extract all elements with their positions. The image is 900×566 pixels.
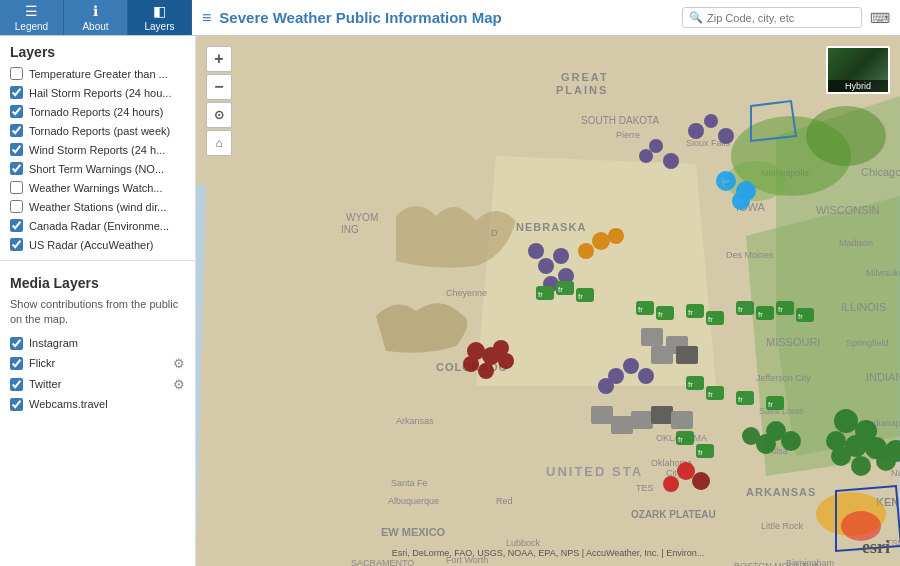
svg-text:UNITED STA: UNITED STA	[546, 464, 643, 479]
layer-checkbox-warnings[interactable]	[10, 181, 23, 194]
svg-text:fr: fr	[688, 380, 693, 389]
share-icon[interactable]: ⌨	[870, 10, 890, 26]
svg-point-138	[677, 462, 695, 480]
svg-text:ILLINOIS: ILLINOIS	[841, 301, 886, 313]
home-button[interactable]: ⌂	[206, 130, 232, 156]
media-layer-label-twitter: Twitter	[29, 378, 167, 390]
svg-text:BOSTON MOUNTAIN...: BOSTON MOUNTAIN...	[734, 561, 829, 566]
layer-checkbox-usradar[interactable]	[10, 238, 23, 251]
layer-label-wind: Wind Storm Reports (24 h...	[29, 144, 185, 156]
layer-label-hail: Hail Storm Reports (24 hou...	[29, 87, 185, 99]
layers-section-title: Layers	[0, 36, 195, 64]
layer-item-hail[interactable]: Hail Storm Reports (24 hou...	[0, 83, 195, 102]
legend-icon: ☰	[25, 3, 38, 19]
media-section-title: Media Layers	[0, 267, 195, 295]
svg-text:fr: fr	[698, 448, 703, 457]
svg-point-121	[463, 356, 479, 372]
svg-text:Jefferson City: Jefferson City	[756, 373, 811, 383]
tab-about-label: About	[82, 21, 108, 32]
svg-point-139	[692, 472, 710, 490]
layer-item-shortterm[interactable]: Short Term Warnings (NO...	[0, 159, 195, 178]
svg-rect-136	[651, 406, 673, 424]
layer-item-canada[interactable]: Canada Radar (Environme...	[0, 216, 195, 235]
media-checkbox-twitter[interactable]	[10, 378, 23, 391]
svg-text:fr: fr	[798, 312, 803, 321]
svg-text:🐦: 🐦	[720, 176, 732, 188]
svg-text:fr: fr	[678, 435, 683, 444]
locate-button[interactable]: ⊙	[206, 102, 232, 128]
media-checkbox-flickr[interactable]	[10, 357, 23, 370]
svg-rect-132	[676, 346, 698, 364]
layer-item-wind[interactable]: Wind Storm Reports (24 h...	[0, 140, 195, 159]
layer-checkbox-shortterm[interactable]	[10, 162, 23, 175]
media-desc: Show contributions from the public on th…	[0, 295, 195, 334]
svg-text:SACRAMENTO: SACRAMENTO	[351, 558, 414, 566]
layer-label-tornadoweek: Tornado Reports (past week)	[29, 125, 185, 137]
svg-point-60	[592, 232, 610, 250]
layer-item-temp[interactable]: Temperature Greater than ...	[0, 64, 195, 83]
media-layer-item-webcams[interactable]: Webcams.travel	[0, 395, 195, 414]
media-layer-label-flickr: Flickr	[29, 357, 167, 369]
layer-checkbox-wind[interactable]	[10, 143, 23, 156]
svg-text:fr: fr	[688, 308, 693, 317]
tab-layers-label: Layers	[144, 21, 174, 32]
svg-point-66	[528, 243, 544, 259]
svg-text:MISSOURI: MISSOURI	[766, 336, 820, 348]
gear-icon-twitter[interactable]: ⚙	[173, 377, 185, 392]
svg-point-116	[781, 431, 801, 451]
layer-checkbox-hail[interactable]	[10, 86, 23, 99]
layer-checkbox-stations[interactable]	[10, 200, 23, 213]
hybrid-label: Hybrid	[828, 80, 888, 92]
layer-item-warnings[interactable]: Weather Warnings Watch...	[0, 178, 195, 197]
hybrid-thumbnail[interactable]: Hybrid	[826, 46, 890, 94]
svg-text:fr: fr	[578, 292, 583, 301]
layer-item-tornado24[interactable]: Tornado Reports (24 hours)	[0, 102, 195, 121]
svg-point-128	[598, 378, 614, 394]
layer-checkbox-canada[interactable]	[10, 219, 23, 232]
layer-checkbox-tornado24[interactable]	[10, 105, 23, 118]
layer-item-tornadoweek[interactable]: Tornado Reports (past week)	[0, 121, 195, 140]
media-layer-item-flickr[interactable]: Flickr ⚙	[0, 353, 195, 374]
svg-point-106	[834, 409, 858, 433]
svg-point-55	[704, 114, 718, 128]
layer-label-usradar: US Radar (AccuWeather)	[29, 239, 185, 251]
layer-checkbox-tornadoweek[interactable]	[10, 124, 23, 137]
svg-text:fr: fr	[778, 305, 783, 314]
map-container[interactable]: GREAT PLAINS SOUTH DAKOTA Pierre WYOM IN…	[196, 36, 900, 566]
svg-rect-137	[671, 411, 693, 429]
svg-rect-134	[611, 416, 633, 434]
layer-checkbox-temp[interactable]	[10, 67, 23, 80]
map-title: Severe Weather Public Information Map	[219, 9, 501, 26]
layer-item-usradar[interactable]: US Radar (AccuWeather)	[0, 235, 195, 254]
svg-point-113	[851, 456, 871, 476]
svg-text:GREAT: GREAT	[561, 71, 609, 83]
search-input[interactable]	[707, 12, 855, 24]
tab-about[interactable]: ℹ About	[64, 0, 128, 35]
svg-text:Milwaukee: Milwaukee	[866, 268, 900, 278]
svg-point-59	[639, 149, 653, 163]
map-controls: + − ⊙ ⌂	[206, 46, 232, 156]
title-area: ≡ Severe Weather Public Information Map	[192, 9, 682, 27]
media-layer-label-instagram: Instagram	[29, 337, 185, 349]
zoom-out-button[interactable]: −	[206, 74, 232, 100]
gear-icon-flickr[interactable]: ⚙	[173, 356, 185, 371]
media-checkbox-instagram[interactable]	[10, 337, 23, 350]
svg-text:Arkansas: Arkansas	[396, 416, 434, 426]
media-layer-item-twitter[interactable]: Twitter ⚙	[0, 374, 195, 395]
svg-text:EW MEXICO: EW MEXICO	[381, 526, 446, 538]
svg-text:fr: fr	[768, 400, 773, 409]
layer-item-stations[interactable]: Weather Stations (wind dir...	[0, 197, 195, 216]
divider	[0, 260, 195, 261]
svg-text:Lubbock: Lubbock	[506, 538, 541, 548]
tab-legend[interactable]: ☰ Legend	[0, 0, 64, 35]
svg-text:Santa Fe: Santa Fe	[391, 478, 428, 488]
svg-text:fr: fr	[738, 395, 743, 404]
media-layer-item-instagram[interactable]: Instagram	[0, 334, 195, 353]
svg-text:NEBRASKA: NEBRASKA	[516, 221, 586, 233]
tab-layers[interactable]: ◧ Layers	[128, 0, 192, 35]
zoom-in-button[interactable]: +	[206, 46, 232, 72]
layer-label-stations: Weather Stations (wind dir...	[29, 201, 185, 213]
svg-point-105	[732, 192, 750, 210]
hamburger-icon[interactable]: ≡	[202, 9, 211, 27]
media-checkbox-webcams[interactable]	[10, 398, 23, 411]
